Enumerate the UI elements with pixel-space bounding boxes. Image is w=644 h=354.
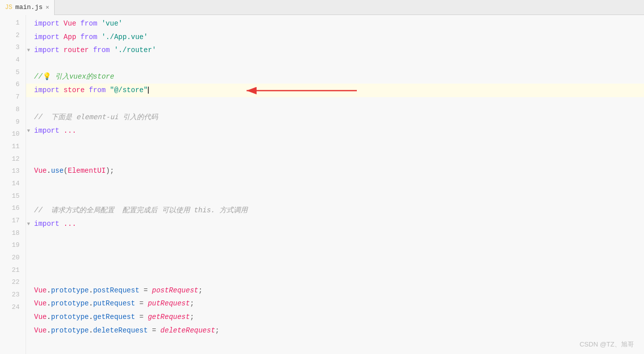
identifier-router: router	[64, 44, 89, 57]
code-line-17	[26, 231, 644, 244]
code-line-6: import store from "@/store"	[26, 84, 644, 97]
line-num-10: 10	[4, 128, 20, 141]
tab-filename: main.js	[15, 4, 43, 11]
val-putRequest: putRequest	[148, 297, 190, 310]
code-line-19	[26, 257, 644, 271]
line-num-17: 17	[4, 215, 20, 227]
identifier-vue: Vue	[64, 17, 76, 31]
editor-container: JS main.js ✕ 1 2 3 4 5 6 7 8 9 10 11 12 …	[0, 0, 644, 354]
prototype-21: prototype	[51, 284, 89, 297]
vue-ref-12: Vue	[34, 164, 47, 178]
code-line-10	[26, 137, 644, 151]
method-postRequest: postRequest	[93, 284, 139, 297]
line-num-4: 4	[4, 54, 20, 67]
code-line-18	[26, 244, 644, 257]
code-line-21: Vue . prototype . postRequest = postRequ…	[26, 284, 644, 297]
code-line-20	[26, 270, 644, 284]
text-cursor	[148, 87, 149, 94]
comment-request: // 请求方式的全局配置 配置完成后 可以使用 this. 方式调用	[34, 204, 248, 217]
line-num-2: 2	[4, 30, 20, 42]
line-num-14: 14	[4, 178, 20, 190]
vue-ref-22: Vue	[34, 297, 47, 310]
code-line-12: Vue . use ( ElementUI ) ;	[26, 164, 644, 178]
fold-icon-9[interactable]: ▼	[27, 126, 30, 136]
identifier-store: store	[64, 84, 85, 97]
line-num-9: 9	[4, 116, 20, 129]
prototype-24: prototype	[51, 324, 89, 337]
js-file-icon: JS	[5, 4, 12, 11]
line-num-8: 8	[4, 104, 20, 116]
keyword-import-6: import	[34, 84, 59, 97]
line-num-19: 19	[4, 239, 20, 252]
keyword-from-6: from	[89, 84, 106, 97]
tab-close-button[interactable]: ✕	[46, 4, 49, 11]
method-deleteRequest: deleteRequest	[93, 324, 148, 337]
vue-ref-21: Vue	[34, 284, 47, 297]
keyword-import-2: import	[34, 31, 59, 44]
code-line-23: Vue . prototype . getRequest = getReques…	[26, 310, 644, 324]
prototype-22: prototype	[51, 297, 89, 310]
vue-ref-24: Vue	[34, 324, 47, 337]
keyword-from-3: from	[93, 44, 110, 57]
dots-9: ...	[64, 124, 76, 138]
line-numbers: 1 2 3 4 5 6 7 8 9 10 11 12 13 14 15 16 1…	[0, 15, 26, 354]
line-num-12: 12	[4, 153, 20, 166]
line-num-18: 18	[4, 227, 20, 240]
line-num-15: 15	[4, 190, 20, 203]
line-num-16: 16	[4, 202, 20, 215]
line-num-1: 1	[4, 17, 20, 30]
method-putRequest: putRequest	[93, 297, 135, 310]
line-num-6: 6	[4, 79, 20, 91]
code-line-16: ▼ import ...	[26, 217, 644, 231]
code-line-24: Vue . prototype . deleteRequest = delete…	[26, 324, 644, 337]
element-ui-ref: ElementUI	[68, 164, 106, 178]
code-line-2: import App from './App.vue'	[26, 31, 644, 44]
line-num-7: 7	[4, 91, 20, 104]
line-num-20: 20	[4, 252, 20, 264]
code-line-14	[26, 191, 644, 204]
method-getRequest: getRequest	[93, 310, 135, 324]
line-num-3: 3	[4, 42, 20, 54]
line-num-13: 13	[4, 165, 20, 178]
val-postRequest: postRequest	[152, 284, 198, 297]
method-use: use	[51, 164, 64, 178]
code-line-15: // 请求方式的全局配置 配置完成后 可以使用 this. 方式调用	[26, 204, 644, 217]
line-num-24: 24	[4, 301, 20, 314]
string-app: './App.vue'	[101, 31, 147, 44]
code-line-4	[26, 57, 644, 71]
string-router: './router'	[114, 44, 156, 57]
comment-vuex: //💡 引入vuex的store	[34, 70, 114, 84]
code-line-1: import Vue from 'vue'	[26, 17, 644, 31]
arrow-annotation	[237, 83, 362, 99]
code-line-9: ▼ import ...	[26, 124, 644, 138]
prototype-23: prototype	[51, 310, 89, 324]
code-editor[interactable]: import Vue from 'vue' import App from '.…	[26, 15, 644, 354]
code-area: 1 2 3 4 5 6 7 8 9 10 11 12 13 14 15 16 1…	[0, 15, 644, 354]
code-line-8: // 下面是 element-ui 引入的代码	[26, 110, 644, 124]
code-line-5: //💡 引入vuex的store	[26, 70, 644, 84]
val-deleteRequest: deleteRequest	[160, 324, 215, 337]
keyword-from-2: from	[80, 31, 97, 44]
code-line-22: Vue . prototype . putRequest = putReques…	[26, 297, 644, 310]
string-store: "@/store"	[110, 84, 148, 97]
tab-bar: JS main.js ✕	[0, 0, 644, 15]
identifier-app: App	[64, 31, 76, 44]
code-line-3: ▼ import router from './router'	[26, 44, 644, 57]
keyword-from-1: from	[80, 17, 97, 31]
keyword-import-9: import	[34, 124, 59, 138]
keyword-import-3: import	[34, 44, 59, 57]
val-getRequest: getRequest	[148, 310, 190, 324]
fold-icon-3[interactable]: ▼	[27, 46, 30, 55]
file-tab[interactable]: JS main.js ✕	[0, 0, 55, 15]
comment-elementui: // 下面是 element-ui 引入的代码	[34, 110, 158, 124]
keyword-import-1: import	[34, 17, 59, 31]
line-num-5: 5	[4, 67, 20, 79]
line-num-21: 21	[4, 264, 20, 277]
code-line-7	[26, 97, 644, 111]
vue-ref-23: Vue	[34, 310, 47, 324]
fold-icon-16[interactable]: ▼	[27, 219, 30, 229]
watermark: CSDN @TZ、旭哥	[579, 340, 634, 349]
line-num-22: 22	[4, 276, 20, 289]
dots-16: ...	[64, 217, 76, 231]
keyword-import-16: import	[34, 217, 59, 231]
